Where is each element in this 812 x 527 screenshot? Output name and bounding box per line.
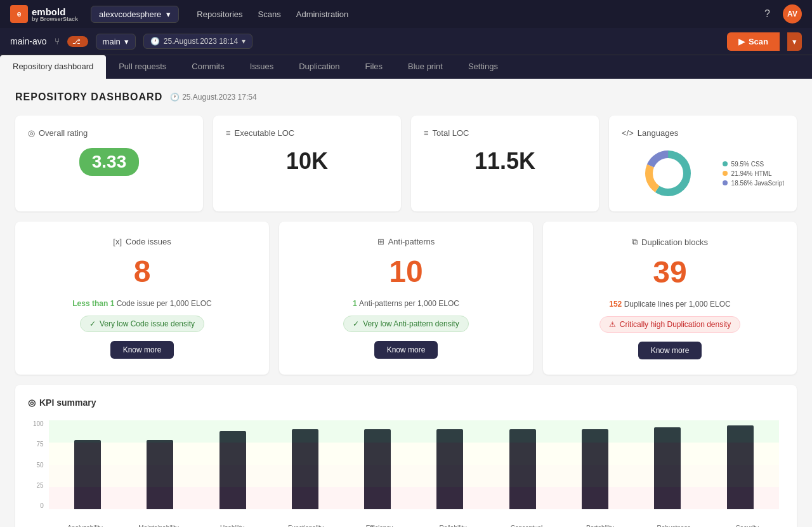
tab-issues[interactable]: Issues [237, 55, 287, 79]
warning-icon: ⚠ [609, 320, 616, 329]
bar-label-maintainability: Maintainability [133, 524, 184, 527]
avatar[interactable]: AV [783, 4, 802, 23]
scan-button[interactable]: ▶ Scan [727, 32, 780, 51]
bar-label-reliability: Reliability [428, 524, 478, 527]
tab-files[interactable]: Files [353, 55, 395, 79]
timestamp-selector[interactable]: 🕐 25.August.2023 18:14 ▾ [143, 34, 252, 49]
total-loc-card: ≡ Total LOC 11.5K [411, 116, 599, 211]
total-loc-value: 11.5K [424, 148, 586, 175]
y-axis: 100 75 50 25 0 [33, 420, 44, 509]
code-issues-value: 8 [28, 254, 256, 289]
anti-patterns-know-more[interactable]: Know more [374, 341, 438, 359]
list-icon: ≡ [226, 128, 231, 138]
bar-label-efficiency: Efficiency [354, 524, 405, 527]
branch-name: main [103, 37, 121, 46]
clock-icon: 🕐 [170, 93, 180, 102]
bar-label-usability: Usability [207, 524, 258, 527]
executable-loc-title: ≡ Executable LOC [226, 128, 388, 138]
page-title-area: REPOSITORY DASHBOARD 🕐 25.August.2023 17… [15, 91, 797, 103]
executable-loc-value: 10K [226, 148, 388, 175]
check-icon: ✓ [89, 319, 96, 328]
repo-name: main-avo [10, 36, 47, 46]
list-icon: ≡ [424, 128, 429, 138]
code-issues-know-more[interactable]: Know more [110, 341, 174, 359]
languages-card: </> Languages [609, 116, 797, 211]
logo: e embold by BrowserStack [10, 5, 78, 23]
clock-icon: 🕐 [150, 37, 160, 46]
code-issues-subtitle: Less than 1 Code issue per 1,000 ELOC [28, 299, 256, 308]
page-title: REPOSITORY DASHBOARD [15, 91, 162, 103]
duplication-blocks-value: 39 [556, 255, 784, 290]
duplication-icon: ⧉ [632, 237, 638, 247]
anti-patterns-value: 10 [292, 254, 520, 289]
bar-label-functionality: Functionality [280, 524, 331, 527]
anti-patterns-subtitle: 1 Anti-patterns per 1,000 ELOC [292, 299, 520, 308]
logo-sub: by BrowserStack [32, 16, 78, 22]
top-navigation: e embold by BrowserStack alexvcodesphere… [0, 0, 812, 28]
tab-pull-requests[interactable]: Pull requests [106, 55, 179, 79]
languages-donut [643, 148, 693, 199]
tab-duplication[interactable]: Duplication [286, 55, 352, 79]
logo-icon: e [10, 5, 28, 23]
overall-rating-card: ◎ Overall rating 3.33 [15, 116, 203, 211]
bar-label-conceptual-integrity: Conceptual integrity [501, 524, 552, 527]
nav-scans[interactable]: Scans [258, 10, 281, 19]
scan-timestamp-value: 25.August.2023 17:54 [182, 93, 256, 102]
duplication-blocks-title: ⧉ Duplication blocks [556, 237, 784, 247]
overall-rating-title: ◎ Overall rating [28, 128, 190, 138]
fork-icon: ⑂ [55, 36, 60, 46]
tab-blueprint[interactable]: Blue print [395, 55, 455, 79]
git-badge: ⎇ [67, 36, 88, 47]
scan-timestamp: 🕐 25.August.2023 17:54 [170, 93, 256, 102]
total-loc-title: ≡ Total LOC [424, 128, 586, 138]
tab-settings[interactable]: Settings [455, 55, 511, 79]
nav-administration[interactable]: Administration [296, 10, 348, 19]
svg-point-3 [654, 159, 682, 187]
anti-patterns-icon: ⊞ [377, 237, 384, 246]
bar-label-portability: Portability [575, 524, 625, 527]
sub-navigation: main-avo ⑂ ⎇ main ▾ 🕐 25.August.2023 18:… [0, 28, 812, 55]
code-icon: </> [622, 128, 634, 138]
org-name: alexvcodesphere [99, 10, 161, 19]
timestamp-value: 25.August.2023 18:14 [164, 37, 238, 46]
rating-icon: ◎ [28, 128, 35, 138]
branch-selector[interactable]: main ▾ [96, 34, 136, 50]
anti-patterns-card: ⊞ Anti-patterns 10 1 Anti-patterns per 1… [279, 222, 533, 375]
help-icon[interactable]: ? [764, 8, 770, 20]
kpi-icon: ◎ [28, 397, 36, 408]
bar-label-security: Security [722, 524, 773, 527]
top-cards: ◎ Overall rating 3.33 ≡ Executable LOC 1… [15, 116, 797, 211]
code-metrics: [x] Code issues 8 Less than 1 Code issue… [15, 222, 797, 375]
chevron-down-icon: ▾ [242, 37, 246, 46]
languages-title: </> Languages [622, 128, 784, 138]
tab-repository-dashboard[interactable]: Repository dashboard [0, 55, 106, 79]
check-icon: ✓ [353, 319, 359, 328]
code-issues-card: [x] Code issues 8 Less than 1 Code issue… [15, 222, 269, 375]
duplication-know-more[interactable]: Know more [638, 342, 702, 359]
nav-links: Repositories Scans Administration [197, 10, 348, 19]
executable-loc-card: ≡ Executable LOC 10K [213, 116, 401, 211]
bar-label-robustness: Robustness [648, 524, 699, 527]
nav-repositories[interactable]: Repositories [197, 10, 242, 19]
anti-patterns-title: ⊞ Anti-patterns [292, 237, 520, 246]
rating-value: 3.33 [79, 148, 140, 176]
kpi-section: ◎ KPI summary 100 75 50 25 0 [15, 385, 797, 527]
tab-commits[interactable]: Commits [179, 55, 237, 79]
logo-text: embold [32, 6, 65, 17]
languages-legend: 59.5% CSS 21.94% HTML 18.56% JavaScript [723, 161, 784, 187]
git-icon: ⎇ [72, 37, 81, 46]
kpi-title: ◎ KPI summary [28, 397, 784, 408]
chevron-down-icon: ▾ [792, 37, 797, 46]
scan-dropdown-button[interactable]: ▾ [787, 32, 802, 51]
chevron-down-icon: ▾ [166, 10, 171, 19]
play-icon: ▶ [738, 37, 745, 46]
main-content: REPOSITORY DASHBOARD 🕐 25.August.2023 17… [0, 79, 812, 527]
scan-label: Scan [749, 37, 768, 46]
tab-bar: Repository dashboard Pull requests Commi… [0, 55, 812, 79]
bar-label-analyzability: Analyzability [60, 524, 110, 527]
chart-area [49, 420, 779, 522]
chevron-down-icon: ▾ [124, 37, 129, 46]
code-issues-icon: [x] [113, 237, 122, 246]
org-selector[interactable]: alexvcodesphere ▾ [91, 6, 179, 23]
anti-patterns-density-badge: ✓ Very low Anti-pattern density [343, 316, 468, 332]
